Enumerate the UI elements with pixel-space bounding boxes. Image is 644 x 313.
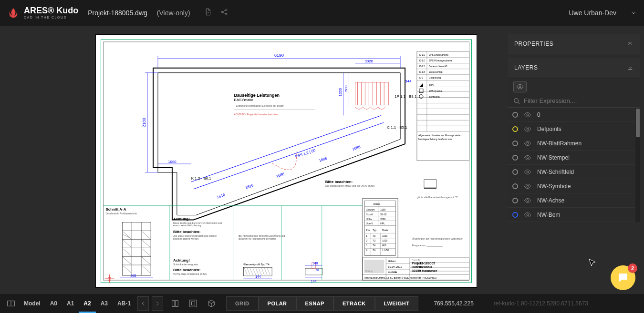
svg-text:500: 500 <box>344 85 348 92</box>
svg-text:1P 1.1 - B8.1: 1P 1.1 - B8.1 <box>395 94 417 99</box>
layer-list: 0 Defpoints NW-BlattRahmen NW-Stempel NW… <box>508 108 640 222</box>
layer-row[interactable]: NW-Stempel <box>508 151 640 165</box>
svg-text:Höhe: Höhe <box>366 218 372 221</box>
svg-text:Hotelneubau: Hotelneubau <box>412 265 432 269</box>
layer-filter-input[interactable] <box>524 97 634 104</box>
svg-text:ACHTUNG: Folgende Hinweise bea: ACHTUNG: Folgende Hinweise beachten <box>234 113 278 116</box>
layer-name: NW-Achse <box>537 197 564 204</box>
viewport-icon[interactable] <box>186 296 200 311</box>
layer-row[interactable]: NW-BlattRahmen <box>508 136 640 151</box>
layer-color-swatch <box>512 183 518 189</box>
layout-tab-model[interactable]: Model <box>19 294 45 313</box>
svg-rect-43 <box>417 51 469 161</box>
user-menu[interactable]: Uwe Urban-Dev <box>569 9 636 17</box>
svg-text:140: 140 <box>312 262 318 265</box>
layer-visibility-toggle[interactable] <box>513 81 527 92</box>
svg-rect-198 <box>172 301 175 307</box>
svg-rect-199 <box>176 301 178 307</box>
model-space-icon[interactable] <box>204 296 218 311</box>
layer-color-swatch <box>512 126 518 132</box>
layout-grid-icon[interactable] <box>4 296 18 311</box>
layer-visibility-icon[interactable] <box>524 197 531 204</box>
svg-text:bauseits geprüft werden.: bauseits geprüft werden. <box>173 237 199 240</box>
layer-visibility-icon[interactable] <box>524 182 531 190</box>
share-icon[interactable] <box>220 8 229 18</box>
layer-visibility-icon[interactable] <box>524 111 531 119</box>
svg-text:Endanschlag: Endanschlag <box>429 71 443 73</box>
layer-row[interactable]: 0 <box>508 108 640 122</box>
layer-visibility-icon[interactable] <box>524 211 531 219</box>
svg-point-194 <box>527 200 529 202</box>
snap-toggle-grid[interactable]: GRID <box>226 296 259 311</box>
layers-title: LAYERS <box>514 64 538 71</box>
cursor-coordinates: 769.555,42.225 <box>434 300 473 307</box>
svg-text:1616: 1616 <box>216 192 226 199</box>
svg-text:Daten: Daten <box>374 202 380 205</box>
layer-name: Defpoints <box>537 126 561 132</box>
layers-panel-header[interactable]: LAYERS <box>508 58 640 77</box>
svg-point-186 <box>519 86 521 88</box>
edit-doc-icon[interactable] <box>204 8 212 18</box>
layer-visibility-icon[interactable] <box>524 125 531 133</box>
svg-text:K-2: K-2 <box>419 76 423 79</box>
svg-point-188 <box>527 114 529 116</box>
layout-tab-a3[interactable]: A3 <box>96 294 113 313</box>
layer-row[interactable]: Defpoints <box>508 122 640 136</box>
svg-text:T4: T4 <box>373 244 375 247</box>
chat-badge: 2 <box>628 263 637 273</box>
layer-scrollbar[interactable] <box>635 108 640 222</box>
layer-row[interactable]: NW-Achse <box>508 193 640 208</box>
layer-row[interactable]: NW-Symbole <box>508 179 640 193</box>
layer-name: NW-BlattRahmen <box>537 140 582 147</box>
snap-toggle-lweight[interactable]: LWEIGHT <box>375 296 419 311</box>
svg-text:4: 4 <box>366 249 367 252</box>
svg-text:1: 1 <box>366 234 367 237</box>
svg-text:EPS: EPS <box>429 84 434 87</box>
chevron-down-icon <box>631 10 636 16</box>
svg-text:EPS Druckschiene: EPS Druckschiene <box>429 53 449 56</box>
svg-text:52 dB: 52 dB <box>380 213 387 216</box>
svg-text:Umlenkung: Umlenkung <box>429 76 441 79</box>
brand-logo: ARES® Kudo CAD IN THE CLOUD <box>8 6 78 19</box>
svg-text:1600: 1600 <box>380 208 385 211</box>
chat-icon <box>617 272 629 284</box>
svg-point-1 <box>226 9 227 10</box>
paper-space-icon[interactable] <box>168 296 182 311</box>
svg-text:Urban: Urban <box>388 260 395 263</box>
layout-tab-a0[interactable]: A0 <box>45 294 62 313</box>
layer-visibility-icon[interactable] <box>524 154 531 162</box>
layer-name: NW-Bem <box>537 212 560 218</box>
svg-point-189 <box>527 128 529 130</box>
layer-row[interactable]: NW-Bem <box>508 208 640 222</box>
svg-text:260: 260 <box>130 274 136 277</box>
chat-launcher[interactable]: 2 <box>611 265 635 290</box>
tab-prev[interactable] <box>137 296 149 311</box>
layout-tab-a2[interactable]: A2 <box>79 294 95 313</box>
svg-point-2 <box>226 13 227 15</box>
svg-text:344: 344 <box>405 79 412 83</box>
layout-tab-ab-1[interactable]: AB-1 <box>113 294 135 313</box>
svg-text:Vor Montage Untergrund prüfen.: Vor Montage Untergrund prüfen. <box>173 273 207 275</box>
svg-text:K-1.8: K-1.8 <box>419 71 425 73</box>
snap-toggle-esnap[interactable]: ESNAP <box>296 296 333 311</box>
brand-name: ARES® Kudo <box>24 6 78 16</box>
svg-text:Gewicht: Gewicht <box>366 208 375 211</box>
layout-tab-a1[interactable]: A1 <box>62 294 79 313</box>
snap-toggle-polar[interactable]: POLAR <box>259 296 296 311</box>
svg-text:Bodenschiene A3: Bodenschiene A3 <box>429 65 447 68</box>
svg-text:Bauwerk ist Rücksprache zu hal: Bauwerk ist Rücksprache zu halten. <box>239 237 276 240</box>
layer-name: NW-Schriftfeld <box>537 169 574 175</box>
svg-text:Montageanleitung. Maße in mm.: Montageanleitung. Maße in mm. <box>418 138 452 141</box>
brand-subtitle: CAD IN THE CLOUD <box>24 16 78 20</box>
mouse-cursor-icon <box>589 259 596 266</box>
layer-color-swatch <box>512 112 518 118</box>
svg-text:Schall: Schall <box>366 213 373 216</box>
layer-visibility-icon[interactable] <box>524 140 531 147</box>
svg-text:1060: 1060 <box>168 160 177 164</box>
layer-visibility-icon[interactable] <box>524 168 531 176</box>
layer-row[interactable]: NW-Schriftfeld <box>508 165 640 179</box>
snap-toggle-etrack[interactable]: ETRACK <box>333 296 375 311</box>
properties-panel-header[interactable]: PROPERTIES <box>508 34 640 53</box>
tab-next[interactable] <box>152 296 163 311</box>
svg-text:1686: 1686 <box>352 145 361 151</box>
